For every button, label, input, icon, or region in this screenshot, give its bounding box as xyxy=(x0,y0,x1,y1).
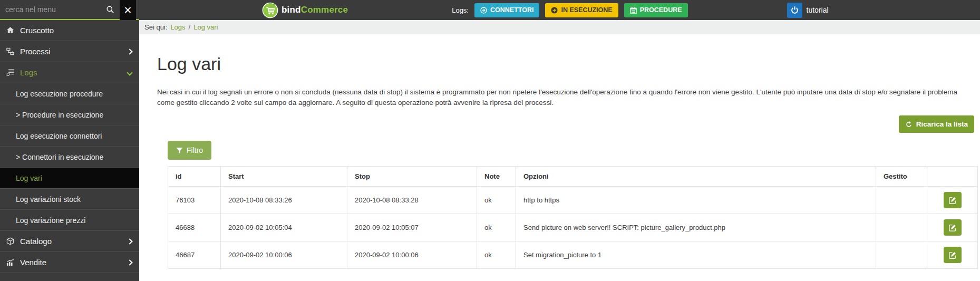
table-row: 466872020-09-02 10:00:062020-09-02 10:00… xyxy=(168,241,978,269)
column-header-gestito: Gestito xyxy=(876,167,927,187)
brand-name: bindCommerce xyxy=(282,5,348,15)
sidebar-item-label: Logs xyxy=(20,68,128,77)
search-icon[interactable] xyxy=(106,5,114,14)
cart-logo-icon xyxy=(262,2,278,18)
menu-search[interactable] xyxy=(0,0,120,20)
edit-icon xyxy=(949,251,956,259)
column-header-stop: Stop xyxy=(347,167,477,187)
processes-icon xyxy=(6,47,20,55)
cell-id: 46688 xyxy=(168,214,221,241)
sidebar-item-log-esecuzione-procedure[interactable]: Log esecuzione procedure xyxy=(0,83,139,104)
home-icon xyxy=(6,26,20,34)
topbar-button-procedure[interactable]: PROCEDURE xyxy=(624,3,688,17)
cell-opzioni: http to https xyxy=(516,187,876,214)
edit-row-button[interactable] xyxy=(944,247,962,263)
log-table-wrap: idStartStopNoteOpzioniGestito 761032020-… xyxy=(168,166,974,269)
sidebar-item-label: Log esecuzione connettori xyxy=(16,132,132,140)
sidebar-item-connettori-in-esecuzione[interactable]: > Connettori in esecuzione xyxy=(0,147,139,168)
breadcrumb-link-logs[interactable]: Logs xyxy=(170,23,185,31)
logs-label: Logs: xyxy=(452,6,469,14)
cell-actions xyxy=(927,241,978,269)
sales-icon xyxy=(6,258,20,266)
cell-gestito[interactable] xyxy=(876,214,927,241)
cell-gestito[interactable] xyxy=(876,241,927,269)
sidebar-item-label: > Connettori in esecuzione xyxy=(16,153,132,161)
breadcrumb: Sei qui: Logs / Log vari xyxy=(139,20,980,34)
main-area: bindCommerce Logs: CONNETTORIIN ESECUZIO… xyxy=(139,0,980,281)
cell-start: 2020-09-02 10:05:04 xyxy=(221,214,347,241)
page-content: Log vari Nei casi in cui il log segnali … xyxy=(139,34,980,281)
cell-start: 2020-10-08 08:33:26 xyxy=(221,187,347,214)
column-header-start: Start xyxy=(221,167,347,187)
sidebar-item-procedure-in-esecuzione[interactable]: > Procedure in esecuzione xyxy=(0,104,139,125)
table-header-row: idStartStopNoteOpzioniGestito xyxy=(168,167,978,187)
reload-row: Ricarica la lista xyxy=(157,115,974,133)
search-input[interactable] xyxy=(5,5,106,14)
sidebar-item-catalogo[interactable]: Catalogo xyxy=(0,231,139,252)
cell-actions xyxy=(927,187,978,214)
cell-note: ok xyxy=(477,241,516,269)
chevron-down-icon xyxy=(127,70,132,75)
cell-note: ok xyxy=(477,214,516,241)
sidebar-item-processi[interactable]: Processi xyxy=(0,41,139,62)
cell-note: ok xyxy=(477,187,516,214)
sidebar-item-label: Log variazione prezzi xyxy=(16,216,132,225)
close-icon: ✕ xyxy=(124,4,132,16)
filter-icon xyxy=(176,147,183,154)
cell-actions xyxy=(927,214,978,241)
breadcrumb-prefix: Sei qui: xyxy=(144,23,167,31)
sidebar-item-logs[interactable]: Logs xyxy=(0,62,139,83)
sidebar-item-vendite[interactable]: Vendite xyxy=(0,252,139,273)
edit-icon xyxy=(949,197,956,204)
arrow-circle-icon xyxy=(480,7,487,14)
sidebar: ✕ CruscottoProcessiLogsLog esecuzione pr… xyxy=(0,0,139,281)
filter-button[interactable]: Filtro xyxy=(168,141,211,160)
sidebar-item-label: > Procedure in esecuzione xyxy=(16,111,132,119)
chevron-right-icon xyxy=(127,49,132,54)
power-icon xyxy=(787,3,802,18)
sidebar-item-label: Cruscotto xyxy=(20,26,132,35)
sidebar-menu: CruscottoProcessiLogsLog esecuzione proc… xyxy=(0,20,139,281)
sidebar-item-label: Catalogo xyxy=(20,237,128,246)
page-description: Nei casi in cui il log segnali un errore… xyxy=(157,87,974,108)
cell-opzioni: Send picture on web server!! SCRIPT: pic… xyxy=(516,214,876,241)
chevron-right-icon xyxy=(127,259,132,265)
edit-row-button[interactable] xyxy=(944,219,962,236)
logs-icon xyxy=(6,69,20,76)
topbar-button-connettori[interactable]: CONNETTORI xyxy=(474,3,539,17)
edit-icon xyxy=(949,224,956,231)
topbar-log-buttons: CONNETTORIIN ESECUZIONEPROCEDURE xyxy=(474,3,688,17)
edit-row-button[interactable] xyxy=(944,192,962,208)
column-header-note: Note xyxy=(477,167,516,187)
sidebar-item-cruscotto[interactable]: Cruscotto xyxy=(0,20,139,41)
sidebar-item-log-variazioni-stock[interactable]: Log variazioni stock xyxy=(0,189,139,210)
sidebar-item-log-variazione-prezzi[interactable]: Log variazione prezzi xyxy=(0,210,139,231)
catalog-icon xyxy=(6,237,20,245)
breadcrumb-link-log-vari[interactable]: Log vari xyxy=(193,23,218,31)
sidebar-item-label: Processi xyxy=(20,47,128,56)
tutorial-button[interactable]: tutorial xyxy=(787,3,829,18)
cell-gestito[interactable] xyxy=(876,187,927,214)
sidebar-item-label: Vendite xyxy=(20,258,128,267)
arrow-circle-dark-icon xyxy=(551,7,558,14)
app-window: ✕ CruscottoProcessiLogsLog esecuzione pr… xyxy=(0,0,980,281)
brand-logo[interactable]: bindCommerce xyxy=(262,2,348,18)
sidebar-item-label: Log vari xyxy=(16,174,132,182)
sidebar-header: ✕ xyxy=(0,0,139,20)
chevron-right-icon xyxy=(127,238,132,244)
column-header-opzioni: Opzioni xyxy=(516,167,876,187)
calendar-icon xyxy=(630,7,637,14)
topbar: bindCommerce Logs: CONNETTORIIN ESECUZIO… xyxy=(139,0,980,20)
sidebar-item-log-esecuzione-connettori[interactable]: Log esecuzione connettori xyxy=(0,125,139,147)
column-header-actions xyxy=(927,167,978,187)
cell-id: 76103 xyxy=(168,187,221,214)
column-header-id: id xyxy=(168,167,221,187)
cell-stop: 2020-09-02 10:00:06 xyxy=(347,241,477,269)
tutorial-label: tutorial xyxy=(807,6,829,14)
log-table: idStartStopNoteOpzioniGestito 761032020-… xyxy=(168,166,978,269)
sidebar-item-log-vari[interactable]: Log vari xyxy=(0,168,139,189)
reload-list-button[interactable]: Ricarica la lista xyxy=(899,115,974,133)
close-menu-button[interactable]: ✕ xyxy=(120,0,136,20)
topbar-button-in-esecuzione[interactable]: IN ESECUZIONE xyxy=(545,3,618,17)
table-row: 761032020-10-08 08:33:262020-10-08 08:33… xyxy=(168,187,978,214)
